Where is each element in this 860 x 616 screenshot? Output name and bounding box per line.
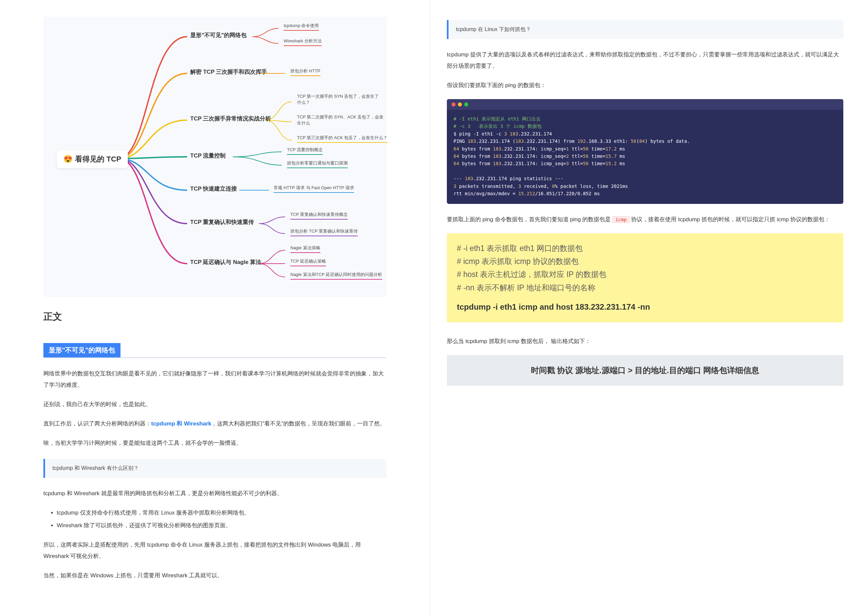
mm-leaf-6-0: Nagle 算法策略	[290, 245, 320, 253]
mm-leaf-3-0: TCP 流量控制概念	[287, 147, 323, 155]
list-item: Wireshark 除了可以抓包外，还提供了可视化分析网络包的图形页面。	[57, 520, 386, 531]
mm-leaf-6-1: TCP 延迟确认策略	[290, 258, 326, 266]
p-r4: 那么当 tcpdump 抓取到 icmp 数据包后， 输出格式如下：	[447, 336, 843, 347]
p-r3: 要抓取上面的 ping 命令数据包，首先我们要知道 ping 的数据包是 icm…	[447, 214, 843, 225]
mm-leaf-3-1: 抓包分析零窗口通知与窗口探测	[287, 160, 348, 168]
p-intro-4: 唉，当初大学学习计网的时候，要是能知道这两个工具，就不会学的一脸懵逼。	[43, 437, 386, 449]
list-item: tcpdump 仅支持命令行格式使用，常用在 Linux 服务器中抓取和分析网络…	[57, 507, 386, 519]
terminal-ping: # -I eth1 表示指定从 eth1 网口出去 # -c 3 表示发出 3 …	[447, 99, 843, 204]
mindmap-root: 😍 看得见的 TCP	[57, 150, 128, 168]
mm-branch-1: 解密 TCP 三次握手和四次挥手	[190, 68, 267, 76]
p-ans-1: tcpdump 和 Wireshark 就是最常用的网络抓包和分析工具，更是分析…	[43, 488, 386, 499]
section-divider	[43, 357, 386, 358]
mm-branch-3: TCP 流量控制	[190, 152, 226, 160]
close-icon	[452, 102, 455, 107]
tool-names-link[interactable]: tcpdump 和 Wireshark	[151, 420, 211, 427]
yellow-comment-2: # icmp 表示抓取 icmp 协议的数据包	[457, 255, 833, 268]
section-title: 显形"不可见"的网络包	[43, 343, 121, 357]
callout-question-1: tcpdump 和 Wireshark 有什么区别？	[43, 459, 386, 478]
emoji-icon: 😍	[63, 155, 72, 163]
yellow-command-box: # -i eth1 表示抓取 eth1 网口的数据包 # icmp 表示抓取 i…	[447, 233, 843, 322]
callout-question-2: tcpdump 在 Linux 下如何抓包？	[447, 20, 843, 39]
right-column: tcpdump 在 Linux 下如何抓包？ tcpdump 提供了大量的选项以…	[430, 0, 860, 616]
inline-code-icmp: icmp	[612, 216, 630, 223]
yellow-command: tcpdump -i eth1 icmp and host 183.232.23…	[457, 300, 833, 314]
mm-branch-6: TCP 延迟确认与 Nagle 算法	[190, 258, 261, 266]
mm-branch-5: TCP 重复确认和快速重传	[190, 218, 254, 226]
p-ans-3: 当然，如果你是在 Windows 上抓包，只需要用 Wireshark 工具就可…	[43, 570, 386, 581]
minimize-icon	[458, 102, 462, 107]
mm-leaf-6-2: Nagle 算法和TCP 延迟确认同时使用的问题分析	[290, 272, 382, 280]
mm-leaf-2-1: TCP 第二次握手的 SYN、ACK 丢包了，会发生什么	[297, 114, 384, 127]
mindmap: 😍 看得见的 TCP 显形"不可见"的网络包 tcpdump 命令使用 Wire…	[43, 17, 386, 297]
yellow-comment-1: # -i eth1 表示抓取 eth1 网口的数据包	[457, 242, 833, 255]
grey-format-box: 时间戳 协议 源地址.源端口 > 目的地址.目的端口 网络包详细信息	[447, 355, 843, 386]
p-r1: tcpdump 提供了大量的选项以及各式各样的过滤表达式，来帮助你抓取指定的数据…	[447, 49, 843, 72]
mm-leaf-4-0: 常规 HTTP 请求 与 Fast Open HTTP 请求	[274, 185, 354, 193]
mm-leaf-0-1: Wireshark 分析方法	[284, 38, 322, 46]
terminal-header	[447, 99, 843, 110]
mm-leaf-5-1: 抓包分析 TCP 重复确认和快速重传	[290, 228, 358, 236]
mm-leaf-5-0: TCP 重复确认和快速重传概念	[290, 212, 348, 219]
p-intro-1: 网络世界中的数据包交互我们肉眼是看不见的，它们就好像隐形了一样，我们对着课本学习…	[43, 368, 386, 391]
mm-branch-0: 显形"不可见"的网络包	[190, 31, 246, 39]
mm-leaf-0-0: tcpdump 命令使用	[284, 23, 319, 31]
left-column: 😍 看得见的 TCP 显形"不可见"的网络包 tcpdump 命令使用 Wire…	[0, 0, 430, 616]
yellow-comment-3: # host 表示主机过滤，抓取对应 IP 的数据包	[457, 268, 833, 281]
p-intro-3: 直到工作后，认识了两大分析网络的利器：tcpdump 和 Wireshark，这…	[43, 418, 386, 429]
p-r2: 假设我们要抓取下面的 ping 的数据包：	[447, 80, 843, 91]
mm-branch-4: TCP 快速建立连接	[190, 185, 237, 193]
p-intro-2: 还别说，我自己在大学的时候，也是如此。	[43, 399, 386, 410]
p-ans-2: 所以，这两者实际上是搭配使用的，先用 tcpdump 命令在 Linux 服务器…	[43, 539, 386, 562]
terminal-body: # -I eth1 表示指定从 eth1 网口出去 # -c 3 表示发出 3 …	[447, 110, 843, 204]
mm-branch-2: TCP 三次握手异常情况实战分析	[190, 115, 271, 122]
mm-leaf-2-0: TCP 第一次握手的 SYN 丢包了，会发生了什么？	[297, 93, 380, 107]
yellow-comment-4: # -nn 表示不解析 IP 地址和端口号的名称	[457, 281, 833, 294]
tool-list: tcpdump 仅支持命令行格式使用，常用在 Linux 服务器中抓取和分析网络…	[57, 507, 386, 531]
mm-leaf-2-2: TCP 第三次握手的 ACK 包丢了，会发生什么？	[297, 135, 388, 143]
maximize-icon	[464, 102, 468, 107]
mm-leaf-1-0: 抓包分析 HTTP	[290, 68, 320, 76]
heading-main: 正文	[43, 310, 386, 323]
mindmap-root-label: 看得见的 TCP	[75, 154, 121, 164]
